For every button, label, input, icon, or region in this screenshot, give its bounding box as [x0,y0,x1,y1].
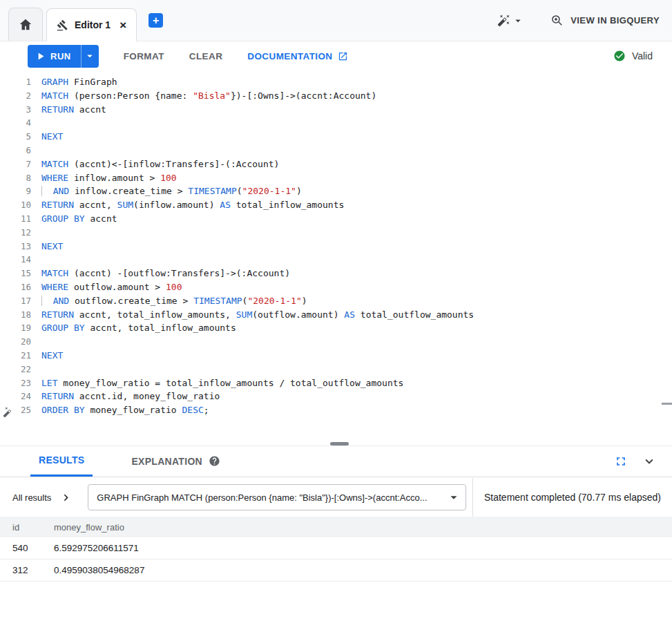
editor-toolbar: RUN FORMAT CLEAR DOCUMENTATION Valid [0,41,672,70]
code-line[interactable]: 22 [0,363,672,376]
valid-label: Valid [632,50,653,61]
code-line[interactable]: 7MATCH (accnt)<-[inflow:Transfers]-(:Acc… [0,157,672,171]
fullscreen-icon[interactable] [614,454,628,468]
chevron-down-icon [512,15,524,27]
play-icon [35,50,46,62]
add-tab-button[interactable]: + [148,13,163,28]
view-in-bigquery-label: VIEW IN BIGQUERY [570,15,660,26]
documentation-label: DOCUMENTATION [247,51,332,61]
table-cell: 0.4959038054968287 [41,565,672,575]
collapse-panel-icon[interactable] [642,454,657,469]
code-line[interactable]: 9 AND inflow.create_time > TIMESTAMP("20… [0,184,672,198]
line-number: 19 [0,321,31,335]
results-table-body: 5406.5929752066115713120.495903805496828… [0,537,672,582]
tab-results[interactable]: RESULTS [30,445,93,477]
code-line-text [31,144,41,157]
statement-status: Statement completed (70.77 ms elapsed) [472,478,672,517]
line-number: 1 [0,75,31,89]
gavel-icon [57,19,68,31]
view-in-bigquery-button[interactable]: VIEW IN BIGQUERY [550,14,660,27]
code-line[interactable]: 19GROUP BY accnt, total_inflow_amounts [0,321,672,335]
line-number: 15 [0,267,31,280]
close-tab-icon[interactable]: × [119,19,126,31]
code-line-text: RETURN accnt, total_inflow_amounts, SUM(… [31,308,474,322]
results-toolbar: All results GRAPH FinGraph MATCH (person… [0,478,672,517]
results-table-head: idmoney_flow_ratio [0,517,672,537]
code-line[interactable]: 12 [0,226,672,240]
help-icon[interactable] [209,455,220,467]
code-line-text: LET money_flow_ratio = total_inflow_amou… [31,376,403,390]
check-circle-icon [613,50,626,62]
bigquery-magnifier-icon [550,14,564,27]
code-line-text [31,335,41,349]
statement-select[interactable]: GRAPH FinGraph MATCH (person:Person {nam… [88,484,466,510]
code-line[interactable]: 15MATCH (accnt) -[outflow:Transfers]->(:… [0,267,672,280]
run-options-button[interactable] [81,45,99,68]
code-line[interactable]: 6 [0,144,672,157]
code-line[interactable]: 24RETURN accnt.id, money_flow_ratio [0,390,672,403]
code-line[interactable]: 11GROUP BY accnt [0,212,672,226]
code-line[interactable]: 23LET money_flow_ratio = total_inflow_am… [0,376,672,390]
documentation-button[interactable]: DOCUMENTATION [247,51,347,61]
code-line[interactable]: 13NEXT [0,240,672,253]
code-line[interactable]: 20 [0,335,672,349]
format-button[interactable]: FORMAT [124,51,164,61]
magic-wand-icon [497,14,510,27]
line-number: 20 [0,335,31,349]
code-line[interactable]: 16WHERE outflow.amount > 100 [0,280,672,294]
code-line-text: WHERE inflow.amount > 100 [31,171,177,185]
code-line-text: RETURN accnt, SUM(inflow.amount) AS tota… [31,198,344,212]
code-line[interactable]: 3RETURN accnt [0,103,672,117]
code-line-text: RETURN accnt.id, money_flow_ratio [31,390,220,403]
code-line[interactable]: 5NEXT [0,130,672,144]
tab-explanation[interactable]: EXPLANATION [123,445,229,477]
tab-strip-actions: VIEW IN BIGQUERY [497,14,672,27]
line-number: 22 [0,363,31,376]
table-row: 3120.4959038054968287 [0,559,672,582]
line-number: 24 [0,390,31,403]
tab-editor-1[interactable]: Editor 1 × [46,8,137,41]
home-icon [18,17,33,32]
code-line[interactable]: 17 AND outflow.create_time > TIMESTAMP("… [0,294,672,308]
code-line[interactable]: 14 [0,253,672,267]
code-line-text: MATCH (person:Person {name: "Bisla"})-[:… [31,89,376,103]
statement-select-value: GRAPH FinGraph MATCH (person:Person {nam… [97,492,427,503]
assist-pencil-icon[interactable] [3,406,15,418]
line-number: 14 [0,253,31,267]
code-line-text: NEXT [31,240,63,253]
line-number: 16 [0,280,31,294]
query-assist-menu-button[interactable] [497,14,524,27]
line-number: 13 [0,240,31,253]
editor-tab-label: Editor 1 [75,19,111,30]
code-line[interactable]: 4 [0,116,672,130]
code-line[interactable]: 2MATCH (person:Person {name: "Bisla"})-[… [0,89,672,103]
chevron-right-icon [59,491,73,504]
run-split-button: RUN [28,45,99,68]
all-results-label: All results [12,492,51,503]
line-number: 18 [0,308,31,322]
tab-home[interactable] [8,8,43,41]
code-line[interactable]: 8WHERE inflow.amount > 100 [0,171,672,185]
code-line-text: WHERE outflow.amount > 100 [31,280,182,294]
code-lines: 1GRAPH FinGraph2MATCH (person:Person {na… [0,75,672,417]
run-button[interactable]: RUN [28,45,81,68]
all-results-breadcrumb[interactable]: All results [12,491,73,504]
line-number: 3 [0,103,31,117]
code-line-text [31,116,41,130]
table-cell: 540 [0,543,41,553]
clear-button[interactable]: CLEAR [189,51,223,61]
column-header: id [0,522,41,533]
code-line[interactable]: 1GRAPH FinGraph [0,75,672,89]
scrollbar-thumb[interactable] [662,403,672,405]
code-line[interactable]: 18RETURN accnt, total_inflow_amounts, SU… [0,308,672,322]
code-line-text: MATCH (accnt)<-[inflow:Transfers]-(:Acco… [31,157,279,171]
code-editor[interactable]: 1GRAPH FinGraph2MATCH (person:Person {na… [0,70,672,445]
line-number: 11 [0,212,31,226]
line-number: 21 [0,349,31,363]
code-line[interactable]: 10RETURN accnt, SUM(inflow.amount) AS to… [0,198,672,212]
select-caret-icon [446,490,461,505]
line-number: 7 [0,157,31,171]
code-line[interactable]: 25ORDER BY money_flow_ratio DESC; [0,403,672,417]
column-header: money_flow_ratio [41,522,672,533]
code-line[interactable]: 21NEXT [0,349,672,363]
